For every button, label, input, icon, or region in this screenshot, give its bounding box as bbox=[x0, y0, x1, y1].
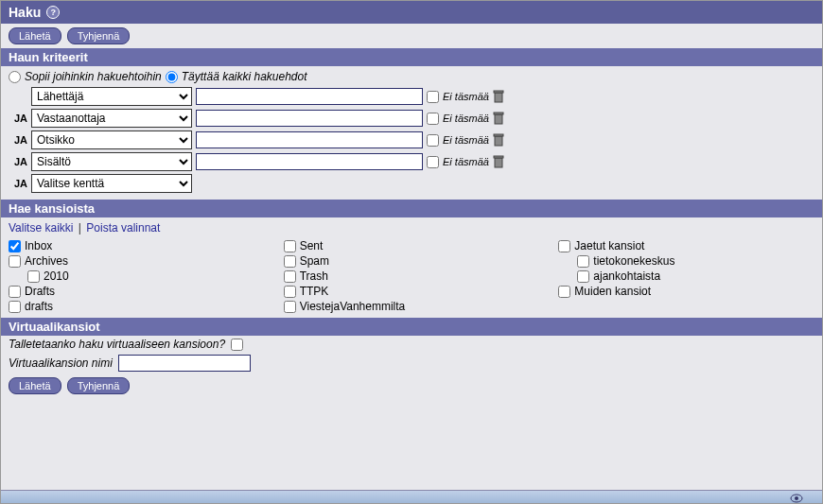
folder-checkbox[interactable] bbox=[9, 240, 21, 252]
folder-checkbox[interactable] bbox=[27, 270, 40, 283]
folder-label: Muiden kansiot bbox=[574, 285, 651, 298]
select-all-link[interactable]: Valitse kaikki bbox=[9, 221, 73, 235]
reset-button[interactable]: Tyhjennä bbox=[67, 377, 131, 394]
folder-item: Trash bbox=[284, 269, 540, 284]
folder-column: Jaetut kansiottietokonekeskusajankohtais… bbox=[558, 238, 814, 314]
folder-item: drafts bbox=[9, 299, 265, 314]
vfolder-save-label: Talletetaanko haku virtuaaliseen kansioo… bbox=[9, 338, 225, 351]
folder-label: ViestejaVanhemmilta bbox=[300, 300, 406, 313]
match-mode-row: Sopii joihinkin hakuehtoihin Täyttää kai… bbox=[9, 70, 814, 83]
field-select[interactable]: Vastaanottaja bbox=[31, 109, 192, 128]
folder-item: Sent bbox=[284, 238, 540, 253]
folder-checkbox[interactable] bbox=[284, 240, 296, 252]
folder-checkbox[interactable] bbox=[558, 286, 570, 298]
folder-item: Drafts bbox=[9, 284, 265, 299]
folder-label: Jaetut kansiot bbox=[574, 239, 644, 252]
folder-checkbox[interactable] bbox=[9, 301, 21, 313]
folder-label: Sent bbox=[300, 239, 324, 252]
svg-rect-6 bbox=[495, 158, 502, 167]
folder-item: tietokonekeskus bbox=[558, 253, 814, 269]
trash-icon[interactable] bbox=[493, 155, 504, 168]
folder-item: Spam bbox=[284, 253, 540, 269]
folder-item: TTPK bbox=[284, 284, 540, 299]
value-input[interactable] bbox=[196, 88, 423, 105]
svg-rect-5 bbox=[494, 134, 503, 136]
folder-item: Archives bbox=[9, 253, 265, 269]
folder-label: Drafts bbox=[25, 285, 55, 298]
value-input[interactable] bbox=[196, 153, 423, 170]
svg-rect-2 bbox=[495, 114, 502, 124]
value-input[interactable] bbox=[196, 131, 423, 148]
mismatch-checkbox[interactable] bbox=[427, 113, 439, 125]
folder-item: ViestejaVanhemmilta bbox=[284, 299, 540, 314]
svg-rect-1 bbox=[494, 91, 503, 93]
folder-label: ajankohtaista bbox=[593, 269, 660, 283]
trash-icon[interactable] bbox=[493, 112, 504, 125]
trash-icon[interactable] bbox=[493, 90, 504, 103]
match-any-radio[interactable] bbox=[9, 71, 21, 83]
mismatch-label: Ei täsmää bbox=[443, 91, 489, 102]
folder-checkbox[interactable] bbox=[577, 255, 589, 268]
folder-checkbox[interactable] bbox=[558, 240, 570, 252]
help-icon[interactable]: ? bbox=[46, 6, 60, 19]
mismatch-checkbox[interactable] bbox=[427, 134, 439, 147]
field-select[interactable]: Lähettäjä bbox=[31, 87, 192, 106]
mismatch-label: Ei täsmää bbox=[443, 156, 489, 167]
vfolder-save-checkbox[interactable] bbox=[231, 339, 243, 351]
folder-label: 2010 bbox=[44, 269, 69, 283]
svg-point-9 bbox=[795, 496, 798, 500]
folder-checkbox[interactable] bbox=[284, 255, 296, 268]
top-button-row: Lähetä Tyhjennä bbox=[1, 24, 822, 48]
folder-checkbox[interactable] bbox=[9, 286, 21, 298]
match-all-label: Täyttää kaikki hakuehdot bbox=[182, 70, 307, 83]
folder-column: InboxArchives2010Draftsdrafts bbox=[9, 238, 265, 314]
svg-rect-7 bbox=[494, 156, 503, 158]
criteria-row: JA Valitse kenttä bbox=[9, 174, 814, 193]
field-select[interactable]: Sisältö bbox=[31, 152, 192, 171]
vfolder-name-label: Virtuaalikansion nimi bbox=[9, 356, 113, 370]
criteria-row: Lähettäjä Ei täsmää bbox=[9, 87, 814, 106]
folders-body: Valitse kaikki | Poista valinnat InboxAr… bbox=[1, 217, 822, 318]
criteria-row: JA Otsikko Ei täsmää bbox=[9, 130, 814, 149]
vfolder-header: Virtuaalikansiot bbox=[1, 318, 822, 336]
vfolder-save-row: Talletetaanko haku virtuaaliseen kansioo… bbox=[1, 336, 822, 353]
svg-rect-0 bbox=[495, 93, 502, 102]
folder-item: 2010 bbox=[9, 269, 265, 284]
and-label: JA bbox=[9, 178, 27, 189]
mismatch-label: Ei täsmää bbox=[443, 113, 489, 124]
svg-rect-4 bbox=[495, 136, 502, 146]
folder-checkbox[interactable] bbox=[577, 270, 589, 283]
folder-checkbox[interactable] bbox=[284, 286, 296, 298]
vfolder-name-input[interactable] bbox=[118, 355, 251, 372]
folder-label: tietokonekeskus bbox=[593, 254, 674, 268]
folder-checkbox[interactable] bbox=[9, 255, 21, 268]
field-select[interactable]: Otsikko bbox=[31, 130, 192, 149]
folder-label: Spam bbox=[300, 254, 329, 268]
submit-button[interactable]: Lähetä bbox=[9, 377, 61, 394]
value-input[interactable] bbox=[196, 110, 423, 127]
mismatch-checkbox[interactable] bbox=[427, 91, 439, 103]
folder-item: Muiden kansiot bbox=[558, 284, 814, 299]
folder-checkbox[interactable] bbox=[284, 301, 296, 313]
criteria-row: JA Sisältö Ei täsmää bbox=[9, 152, 814, 171]
folder-label: Archives bbox=[25, 254, 68, 268]
trash-icon[interactable] bbox=[493, 133, 504, 147]
match-all-radio[interactable] bbox=[166, 71, 178, 83]
folder-label: TTPK bbox=[300, 285, 329, 298]
title-bar: Haku ? bbox=[1, 1, 822, 24]
folders-grid: InboxArchives2010Draftsdrafts SentSpamTr… bbox=[9, 238, 814, 314]
window-bottom-edge bbox=[1, 490, 822, 503]
and-label: JA bbox=[9, 156, 27, 167]
mismatch-checkbox[interactable] bbox=[427, 156, 439, 168]
field-select[interactable]: Valitse kenttä bbox=[31, 174, 192, 193]
reset-button[interactable]: Tyhjennä bbox=[67, 27, 131, 44]
folders-header: Hae kansioista bbox=[1, 200, 822, 217]
folder-item: Jaetut kansiot bbox=[558, 238, 814, 253]
folder-checkbox[interactable] bbox=[284, 270, 296, 283]
clear-all-link[interactable]: Poista valinnat bbox=[86, 221, 160, 235]
folder-item: ajankohtaista bbox=[558, 269, 814, 284]
folder-label: Trash bbox=[300, 269, 328, 283]
svg-rect-3 bbox=[494, 113, 503, 114]
submit-button[interactable]: Lähetä bbox=[9, 27, 61, 44]
vfolder-name-row: Virtuaalikansion nimi bbox=[1, 353, 822, 374]
